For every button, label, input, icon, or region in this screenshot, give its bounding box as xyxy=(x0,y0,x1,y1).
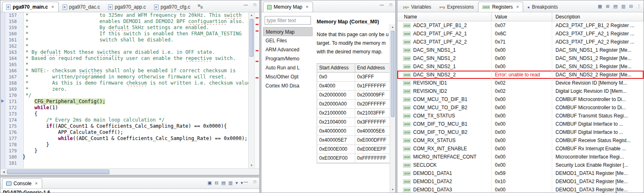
memmap-category-gel-files[interactable]: GEL Files xyxy=(263,36,313,45)
close-memory-map-icon[interactable]: ✕ xyxy=(306,5,309,9)
hidden-tabs-indicator[interactable]: »8 xyxy=(197,2,202,9)
editor-vertical-scrollbar[interactable]: ▲ ▼ xyxy=(248,12,254,168)
register-row-REVISION_ID2[interactable]: 1010REVISION_ID20x02Digital Logic Revisi… xyxy=(397,87,644,95)
register-row-MICRO_INTERFACE_CONT[interactable]: 1010MICRO_INTERFACE_CONT0x00Microcontrol… xyxy=(397,153,644,161)
line-number[interactable]: 161 xyxy=(5,37,20,43)
code-line[interactable]: 173 { xyxy=(5,111,248,117)
code-line[interactable]: 160 * If this switch is enabled then FRA… xyxy=(5,31,248,37)
memmap-category-cortex-m0-disa[interactable]: Cortex M0 Disa xyxy=(263,81,313,90)
code-line[interactable]: 158 * enables DEMOD1 and DEMOD2 BPF conf… xyxy=(5,18,248,25)
memmap-row[interactable]: 0xE000E0000xE000EEFF xyxy=(317,145,390,154)
line-number[interactable]: 179 xyxy=(5,148,20,154)
filter-input[interactable] xyxy=(265,16,311,25)
line-number[interactable]: 181 xyxy=(5,160,20,166)
line-number[interactable]: 173 xyxy=(5,111,20,117)
minimize-icon[interactable]: — xyxy=(243,2,249,7)
line-number[interactable]: 162 xyxy=(5,43,20,49)
maximize-icon[interactable]: □ xyxy=(252,179,258,184)
register-row-COM_RX_STATUS[interactable]: 1010COM_RX_STATUS0x00COMBUF Receive Stat… xyxy=(397,136,644,145)
register-row-DAC_SIN_NDS1_2[interactable]: 1010DAC_SIN_NDS1_20x00DAC_SIN_NDS1_2 Reg… xyxy=(397,54,644,62)
register-row-DAC_SIN_NDS1_1[interactable]: 1010DAC_SIN_NDS1_10x00DAC_SIN_NDS1_1 Reg… xyxy=(397,46,644,54)
line-number[interactable]: 159 xyxy=(5,25,20,31)
line-number[interactable]: 171 xyxy=(5,99,20,105)
code-line[interactable]: 167 * written/programmed in memory other… xyxy=(5,74,248,80)
memmap-category-memory-map[interactable]: Memory Map xyxy=(263,27,313,36)
memmap-row[interactable]: 0x400000000x400005E6 xyxy=(317,127,390,136)
console-dropdown-icon[interactable]: ▾ xyxy=(236,180,238,186)
code-line[interactable]: 168 * As this is demo firmware cheksum i… xyxy=(5,80,248,86)
maximize-icon[interactable]: □ xyxy=(252,2,258,7)
overview-ruler[interactable] xyxy=(254,12,259,168)
column-header-description[interactable]: Description xyxy=(552,12,644,21)
code-line[interactable]: 163 * By defualt Most these swicthes are… xyxy=(5,49,248,55)
display-selected-console-icon[interactable]: ▥ xyxy=(229,180,233,186)
memmap-row[interactable]: 0x20000A000x20FFFFFF xyxy=(317,100,390,109)
maximize-icon[interactable]: □ xyxy=(388,2,394,7)
register-row-COM_MCU_TO_DIF_B2[interactable]: 1010COM_MCU_TO_DIF_B20x00COMBUF Microcon… xyxy=(397,103,644,112)
error-marker-tick[interactable] xyxy=(256,30,259,32)
column-header-value[interactable]: Value xyxy=(492,12,552,21)
scroll-down-icon[interactable]: ▼ xyxy=(249,163,254,168)
line-number[interactable]: 176 xyxy=(5,129,20,136)
line-number[interactable]: 158 xyxy=(5,18,20,25)
register-row-COM_RX_INT_ENABLE[interactable]: 1010COM_RX_INT_ENABLE0x00COMBUF Rx Inter… xyxy=(397,145,644,153)
close-console-icon[interactable]: ✕ xyxy=(35,182,38,186)
line-number[interactable]: 167 xyxy=(5,74,20,80)
line-number[interactable]: 178 xyxy=(5,142,20,148)
close-tab-icon[interactable]: ✕ xyxy=(51,5,54,9)
code-line[interactable]: 177 while((ADC_Count1 & Coefficients_Cal… xyxy=(5,136,248,142)
line-number[interactable]: 166 xyxy=(5,68,20,74)
column-header-name[interactable]: Name xyxy=(397,12,492,21)
code-line[interactable]: 179 } xyxy=(5,148,248,154)
register-row-COM_DIF_TO_MCU_B2[interactable]: 1010COM_DIF_TO_MCU_B20x00COMBUF Digital … xyxy=(397,128,644,136)
register-row-DAC_SIN_NDS2_1[interactable]: 1010DAC_SIN_NDS2_10x00DAC_SIN_NDS2_1 Reg… xyxy=(397,62,644,71)
line-number[interactable]: 169 xyxy=(5,86,20,92)
line-number[interactable]: 175 xyxy=(5,123,20,129)
register-row-COM_TX_STATUS[interactable]: 1010COM_TX_STATUS0x00COMBUF Transmit Sta… xyxy=(397,112,644,120)
horizontal-scrollbar-thumb[interactable] xyxy=(7,170,109,174)
error-marker-tick[interactable] xyxy=(256,77,259,78)
line-number[interactable]: 164 xyxy=(5,55,20,62)
code-line[interactable]: 172 while(1) xyxy=(5,105,248,111)
register-row-DEMOD1_DATA2[interactable]: 1010DEMOD1_DATA20x10DEMOD1_DATA2 Registe… xyxy=(397,177,644,186)
editor-tab-pga970_main.c[interactable]: cpga970_main.c✕ xyxy=(2,2,59,12)
register-row-COM_DIF_TO_MCU_B1[interactable]: 1010COM_DIF_TO_MCU_B10x00COMBUF Digital … xyxy=(397,120,644,128)
line-number[interactable]: 160 xyxy=(5,31,20,37)
layout-icon[interactable]: ▦ xyxy=(598,3,602,9)
editor-horizontal-scrollbar[interactable]: ◀ xyxy=(0,168,259,175)
editor-tab-pga970_dac.c[interactable]: cpga970_dac.c xyxy=(59,2,104,12)
line-number[interactable]: 170 xyxy=(5,92,20,99)
code-line[interactable]: 174 /* Every 2ms do main loop calculatio… xyxy=(5,117,248,123)
code-line[interactable]: 176 APP_Calculate_Coeff(); xyxy=(5,129,248,136)
code-line[interactable]: 171 CFG_Peripheral_Config(); xyxy=(5,99,248,105)
code-lines[interactable]: 157 * to 325mv and WFM frequency to 20kH… xyxy=(5,12,248,168)
editor-tab-pga970_cfg.c[interactable]: cpga970_cfg.c xyxy=(150,2,194,12)
code-line[interactable]: 164 * Based on required functionality us… xyxy=(5,55,248,62)
memory-map-scrollbar[interactable]: ▲ ▼ xyxy=(390,24,395,193)
view-tab-expressions[interactable]: x+yExpressions xyxy=(435,2,478,12)
memmap-category-misc-other-opt[interactable]: Misc/Other Opt xyxy=(263,72,313,81)
code-line[interactable]: 165 * xyxy=(5,62,248,68)
minimize-icon[interactable]: — xyxy=(379,2,385,7)
import-registers-icon[interactable]: ▥ xyxy=(621,3,625,9)
code-line[interactable]: 166 * NOTE:- checksum swicthes shall onl… xyxy=(5,68,248,74)
vertical-scrollbar-thumb[interactable] xyxy=(391,31,395,117)
line-number[interactable]: 174 xyxy=(5,117,20,123)
line-number[interactable]: 165 xyxy=(5,62,20,68)
memmap-category-auto-run-and-l[interactable]: Auto Run and L xyxy=(263,63,313,72)
error-marker-tick[interactable] xyxy=(256,50,259,51)
code-line[interactable]: 180} xyxy=(5,154,248,160)
code-line[interactable]: 170 */ xyxy=(5,92,248,99)
memmap-category-program-memo[interactable]: Program/Memo xyxy=(263,54,313,63)
remove-console-icon[interactable]: ⊟ xyxy=(215,180,218,186)
scroll-down-icon[interactable]: ▼ xyxy=(390,187,395,193)
clear-console-icon[interactable]: ▤ xyxy=(221,180,225,186)
memmap-row[interactable]: 0x210040000x3FFFFFFF xyxy=(317,118,390,127)
memmap-row[interactable]: 0x00x3FFF xyxy=(317,73,390,82)
error-marker-tick[interactable] xyxy=(256,61,259,62)
memmap-row[interactable]: 0xE000EF000xFFFFFFFF xyxy=(317,154,390,163)
number-format-icon[interactable]: ⊞ xyxy=(606,3,610,9)
view-tab-breakpoints[interactable]: ●Breakpoints xyxy=(523,2,562,12)
memory-map-tab[interactable]: Memory Map ✕ xyxy=(263,2,313,12)
open-console-icon[interactable]: ▣ xyxy=(208,180,212,186)
